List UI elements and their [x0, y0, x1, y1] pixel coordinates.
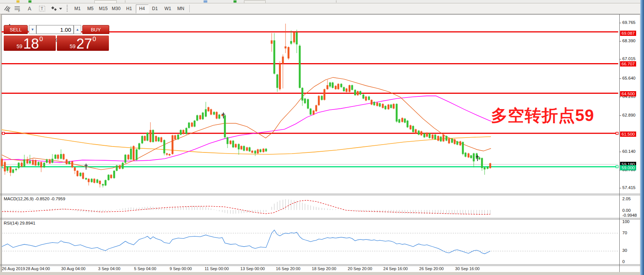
candle-body	[293, 33, 295, 43]
candle-body	[434, 135, 436, 139]
candle-body	[32, 160, 34, 165]
buy-price-box[interactable]: 59 27 0	[57, 35, 109, 51]
price-axis-tick	[620, 41, 621, 41]
candle-body	[4, 162, 6, 172]
candle-body	[246, 147, 248, 151]
candle-body	[457, 141, 458, 145]
candle-body	[97, 179, 98, 183]
candle-body	[71, 161, 73, 167]
candle-body	[368, 96, 370, 100]
candle-body	[52, 159, 54, 163]
price-axis-tick	[620, 115, 621, 116]
candle-body	[257, 149, 259, 154]
candle-body	[172, 135, 174, 154]
candle-body	[448, 139, 450, 143]
candle-body	[460, 141, 461, 145]
candle-body	[304, 99, 306, 103]
candle-body	[382, 104, 384, 108]
candle-body	[219, 115, 220, 119]
rsi-indicator-label: RSI(14) 29.8941	[4, 221, 35, 225]
candle-body	[432, 135, 434, 139]
volume-decrease-button[interactable]: ▼	[29, 25, 36, 34]
candle-body	[227, 138, 229, 144]
candle-body	[277, 74, 278, 88]
hline-handle	[616, 132, 618, 135]
candle-body	[194, 121, 196, 127]
candle-body	[241, 146, 242, 149]
candle-body	[318, 96, 320, 105]
candle-body	[410, 125, 412, 129]
candle-body	[213, 112, 215, 115]
buy-button[interactable]: BUY	[82, 25, 109, 34]
candle-body	[99, 181, 101, 184]
candle-body	[440, 137, 442, 142]
candle-body	[274, 40, 275, 74]
time-axis-label: 11 Sep 00:00	[205, 266, 229, 271]
candle-body	[94, 179, 95, 183]
price-level-badge: 64.500	[620, 91, 636, 96]
candle-body	[243, 146, 245, 151]
candle-body	[481, 158, 483, 168]
price-axis-label: 68.390	[622, 38, 635, 43]
price-axis-tick	[620, 23, 621, 23]
candle-body	[388, 105, 390, 109]
candle-body	[390, 105, 392, 108]
time-axis-label: 28 Aug 04:00	[26, 266, 50, 271]
candle-body	[35, 160, 37, 165]
volume-increase-button[interactable]: ▲	[74, 25, 81, 34]
price-axis-label: 69.765	[622, 20, 635, 25]
candle-body	[66, 160, 68, 164]
candle-body	[371, 100, 373, 105]
candle-body	[407, 121, 409, 127]
candle-body	[451, 139, 453, 143]
sell-price-small: 59	[16, 44, 22, 49]
candle-body	[396, 104, 398, 121]
candle-body	[346, 89, 348, 92]
candle-body	[288, 47, 290, 58]
candle-body	[80, 173, 82, 176]
candle-body	[116, 166, 118, 171]
rsi-axis-label: 30	[622, 248, 627, 253]
candle-body	[199, 115, 201, 119]
price-axis-label: 67.015	[622, 56, 635, 61]
time-axis-label: 26 Sep 20:00	[419, 266, 443, 271]
sell-price-box[interactable]: 59 18 0	[4, 35, 56, 51]
candle-body	[108, 175, 110, 180]
candle-body	[57, 155, 59, 159]
price-level-badge: 61.500	[620, 132, 636, 137]
candle-body	[155, 136, 157, 141]
candle-body	[183, 130, 184, 134]
candle-body	[136, 149, 138, 160]
candle-body	[150, 130, 152, 142]
candle-body	[119, 166, 121, 169]
sell-button[interactable]: SELL	[4, 25, 28, 34]
macd-axis-label: 2.05	[622, 197, 631, 201]
candle-body	[210, 109, 212, 114]
candle-body	[55, 155, 57, 159]
hline-handle	[616, 166, 618, 168]
candle-body	[186, 128, 187, 134]
candle-body	[443, 135, 445, 141]
candle-body	[40, 162, 42, 167]
candle-body	[360, 91, 361, 95]
candle-body	[484, 167, 486, 169]
candle-body	[188, 123, 190, 128]
candle-body	[166, 153, 168, 155]
candle-body	[133, 146, 135, 160]
candle-body	[18, 163, 20, 168]
hline-handle	[2, 132, 4, 135]
candle-body	[265, 149, 267, 151]
price-axis-label: 60.140	[622, 149, 635, 154]
candle-body	[46, 160, 48, 163]
candle-body	[91, 179, 93, 182]
candle-body	[222, 115, 223, 116]
candle-body	[27, 160, 28, 164]
volume-input[interactable]	[36, 25, 74, 34]
candle-body	[113, 171, 115, 178]
price-axis-tick	[620, 152, 621, 152]
candle-body	[38, 162, 40, 166]
candle-body	[282, 56, 284, 64]
time-axis-label: 26 Aug 2019	[2, 266, 25, 271]
candle-body	[224, 115, 226, 137]
candle-body	[315, 105, 317, 111]
